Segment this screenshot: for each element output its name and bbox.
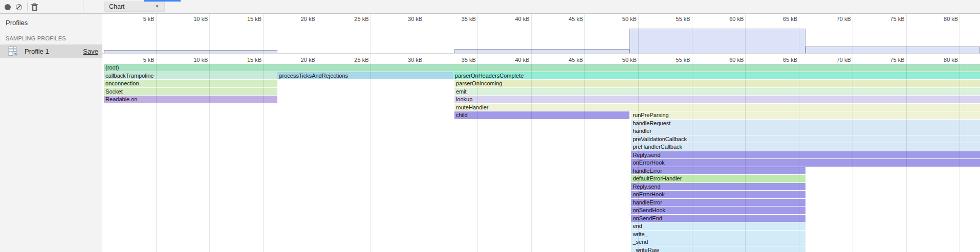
flame-bar[interactable]: onSendHook xyxy=(631,207,805,214)
clear-icon[interactable] xyxy=(16,4,22,10)
ruler-tick-label: 55 kB xyxy=(651,16,690,22)
ruler-tick-label: 60 kB xyxy=(704,57,744,63)
flame-bar[interactable]: end xyxy=(631,222,805,230)
flame-bar[interactable]: preValidationCallback xyxy=(631,135,980,143)
flame-bar[interactable]: onSendEnd xyxy=(631,215,805,222)
flame-bar[interactable]: handleError xyxy=(631,167,805,175)
flame-bar[interactable]: emit xyxy=(454,88,980,96)
ruler-tick-label: 40 kB xyxy=(490,57,530,63)
ruler-tick-label: 50 kB xyxy=(597,16,637,22)
flame-bar[interactable]: Readable.on xyxy=(104,96,277,103)
ruler-tick-label: 70 kB xyxy=(812,16,851,22)
flame-bar[interactable]: _send xyxy=(631,238,805,246)
overview-step[interactable] xyxy=(629,29,805,53)
ruler-tick-label: 55 kB xyxy=(651,57,690,63)
overview-step[interactable] xyxy=(104,50,277,53)
flame-bar[interactable]: defaultErrorHandler xyxy=(631,175,805,182)
trash-icon[interactable] xyxy=(31,3,38,11)
ruler-tick-label: 15 kB xyxy=(222,16,262,22)
flame-bar[interactable]: processTicksAndRejections xyxy=(277,72,452,80)
flame-bar[interactable]: parserOnHeadersComplete xyxy=(453,72,980,80)
ruler-tick-label: 10 kB xyxy=(168,57,208,63)
flame-bar[interactable]: Socket xyxy=(104,88,277,96)
ruler-tick-label: 45 kB xyxy=(543,57,583,63)
flame-bar[interactable]: callbackTrampoline xyxy=(104,72,277,80)
flame-bar[interactable]: child xyxy=(454,111,629,119)
ruler-tick-label: 5 kB xyxy=(115,57,155,63)
ruler-tick-label: 60 kB xyxy=(704,16,744,22)
ruler-tick-label: 25 kB xyxy=(330,16,369,22)
overview-step[interactable] xyxy=(454,49,629,53)
flame-bar[interactable]: onErrorHook xyxy=(631,191,805,198)
toolbar: Chart ▼ xyxy=(0,0,980,14)
chart-panel: 5 kB10 kB15 kB20 kB25 kB30 kB35 kB40 kB4… xyxy=(102,14,980,252)
sidebar-title: Profiles xyxy=(6,19,28,27)
ruler-tick-label: 65 kB xyxy=(758,16,797,22)
flame-bar[interactable]: routeHandler xyxy=(454,104,980,111)
toolbar-separator xyxy=(27,3,28,11)
flame-bar[interactable]: onconnection xyxy=(104,80,277,87)
ruler-tick-label: 15 kB xyxy=(222,57,262,63)
flame-bar[interactable]: _writeRaw xyxy=(631,246,805,252)
ruler-tick-label: 75 kB xyxy=(865,16,905,22)
ruler-tick-label: 40 kB xyxy=(490,16,530,22)
sidebar: Profiles SAMPLING PROFILES % xyxy=(0,14,102,252)
sampling-profiles-heading: SAMPLING PROFILES xyxy=(6,35,66,41)
ruler-tick-label: 65 kB xyxy=(758,57,797,63)
flame-bar[interactable]: Reply.send xyxy=(631,183,805,191)
ruler-tick-label: 30 kB xyxy=(383,57,422,63)
flame-bar[interactable]: write_ xyxy=(631,231,805,238)
flame-bar[interactable]: handleError xyxy=(631,199,805,207)
svg-text:%: % xyxy=(14,52,17,56)
profiler-panel: Chart ▼ Profiles SAMPLING PROFILES xyxy=(0,0,980,252)
ruler-tick-label: 5 kB xyxy=(115,16,155,22)
ruler-tick-label: 30 kB xyxy=(383,16,422,22)
sidebar-item-profile-1[interactable]: % Profile 1 Save xyxy=(0,44,102,58)
ruler-tick-label: 20 kB xyxy=(276,16,315,22)
chevron-down-icon: ▼ xyxy=(155,2,159,11)
flame-bar[interactable]: (root) xyxy=(104,64,980,72)
record-icon[interactable] xyxy=(5,4,11,10)
view-mode-value: Chart xyxy=(109,3,125,10)
ruler-tick-label: 70 kB xyxy=(812,57,851,63)
profile-name: Profile 1 xyxy=(25,48,49,55)
flame-bar[interactable]: parserOnIncoming xyxy=(454,80,980,87)
ruler-tick-label: 75 kB xyxy=(865,57,905,63)
ruler-tick-label: 35 kB xyxy=(437,57,476,63)
ruler-tick-label: 50 kB xyxy=(597,57,637,63)
flame-bar[interactable]: Reply.send xyxy=(631,151,980,159)
flame-bar[interactable]: onErrorHook xyxy=(631,159,980,167)
ruler-tick-label: 80 kB xyxy=(919,16,958,22)
ruler-tick-label: 10 kB xyxy=(168,16,208,22)
flame-bar[interactable]: handler xyxy=(631,127,980,135)
flame-bar[interactable]: handleRequest xyxy=(631,120,980,127)
ruler-tick-label: 20 kB xyxy=(276,57,315,63)
flame-bar[interactable]: preHandlerCallback xyxy=(631,143,980,151)
overview-step[interactable] xyxy=(805,47,980,53)
flame-bar[interactable]: lookup xyxy=(454,96,980,103)
save-profile-link[interactable]: Save xyxy=(83,48,98,55)
flame-chart: (root)callbackTrampolineprocessTicksAndR… xyxy=(102,64,980,252)
toolbar-section-divider xyxy=(83,0,83,14)
ruler-tick-label: 25 kB xyxy=(330,57,369,63)
profile-icon: % xyxy=(8,47,17,56)
ruler-tick-label: 35 kB xyxy=(437,16,476,22)
ruler-tick-label: 45 kB xyxy=(543,16,583,22)
flame-bar[interactable]: runPreParsing xyxy=(631,111,980,119)
view-mode-select[interactable]: Chart ▼ xyxy=(104,2,165,12)
ruler-tick-label: 80 kB xyxy=(919,57,958,63)
